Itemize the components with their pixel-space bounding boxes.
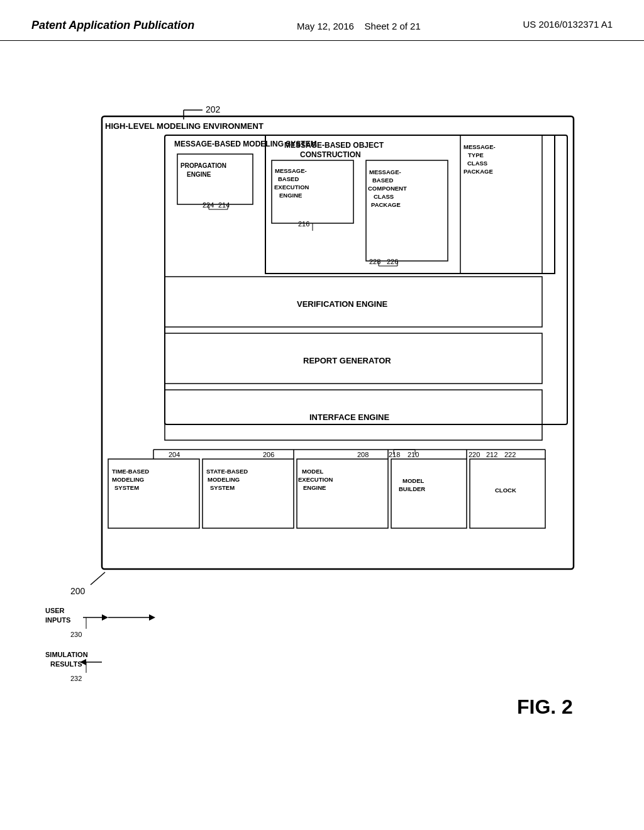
svg-text:204: 204 [169, 451, 180, 458]
svg-text:EXECUTION: EXECUTION [298, 476, 333, 483]
svg-text:MESSAGE-: MESSAGE- [369, 169, 401, 175]
svg-rect-7 [177, 154, 253, 204]
svg-text:208: 208 [357, 451, 369, 458]
svg-text:230: 230 [70, 631, 82, 638]
page-header: Patent Application Publication May 12, 2… [0, 0, 644, 41]
svg-text:TYPE: TYPE [468, 152, 484, 158]
figure-2-diagram: 202 HIGH-LEVEL MODELING ENVIRONMENT MESS… [39, 97, 605, 821]
svg-text:210: 210 [408, 451, 419, 458]
page: Patent Application Publication May 12, 2… [0, 0, 644, 830]
svg-text:224: 224 [203, 201, 214, 209]
svg-text:HIGH-LEVEL MODELING ENVIRONMEN: HIGH-LEVEL MODELING ENVIRONMENT [105, 121, 264, 131]
svg-text:CLASS: CLASS [374, 193, 394, 200]
svg-text:228: 228 [369, 258, 380, 265]
svg-line-80 [91, 572, 105, 585]
svg-text:200: 200 [70, 586, 86, 596]
svg-text:CLASS: CLASS [467, 160, 487, 167]
svg-text:206: 206 [263, 451, 274, 458]
diagram-area: 202 HIGH-LEVEL MODELING ENVIRONMENT MESS… [0, 41, 644, 830]
svg-text:PACKAGE: PACKAGE [371, 201, 401, 208]
svg-marker-69 [102, 614, 108, 621]
svg-text:PROPAGATION: PROPAGATION [180, 162, 226, 169]
svg-text:202: 202 [206, 104, 221, 114]
svg-text:INTERFACE ENGINE: INTERFACE ENGINE [309, 412, 389, 422]
publication-title: Patent Application Publication [31, 19, 194, 32]
svg-text:218: 218 [389, 451, 400, 458]
svg-text:MODEL: MODEL [402, 477, 425, 484]
svg-text:SIMULATION: SIMULATION [45, 651, 88, 658]
svg-text:CLOCK: CLOCK [495, 487, 516, 494]
svg-text:212: 212 [486, 451, 497, 458]
svg-text:BUILDER: BUILDER [399, 485, 425, 492]
svg-text:216: 216 [298, 220, 309, 228]
svg-rect-0 [102, 116, 574, 569]
svg-text:226: 226 [387, 258, 398, 265]
svg-marker-73 [149, 614, 155, 621]
svg-rect-22 [366, 160, 448, 261]
header-sheet: Sheet 2 of 21 [365, 21, 421, 31]
svg-text:COMPONENT: COMPONENT [368, 185, 407, 192]
svg-text:VERIFICATION ENGINE: VERIFICATION ENGINE [297, 299, 388, 309]
svg-text:ENGINE: ENGINE [303, 484, 326, 491]
svg-text:214: 214 [218, 201, 230, 209]
svg-text:MODELING: MODELING [208, 476, 240, 483]
svg-text:MESSAGE-BASED OBJECT: MESSAGE-BASED OBJECT [284, 141, 384, 150]
svg-text:REPORT GENERATOR: REPORT GENERATOR [303, 356, 391, 365]
svg-rect-61 [470, 459, 545, 528]
svg-text:RESULTS: RESULTS [50, 660, 82, 668]
svg-text:EXECUTION: EXECUTION [274, 184, 309, 191]
svg-text:ENGINE: ENGINE [279, 192, 302, 199]
svg-text:USER: USER [45, 607, 65, 614]
svg-text:ENGINE: ENGINE [187, 171, 211, 178]
svg-text:220: 220 [469, 451, 480, 458]
svg-text:MESSAGE-: MESSAGE- [464, 143, 496, 150]
header-center: May 12, 2016 Sheet 2 of 21 [297, 19, 421, 34]
svg-text:BASED: BASED [372, 177, 393, 184]
svg-text:BASED: BASED [278, 175, 299, 182]
svg-text:SYSTEM: SYSTEM [210, 484, 235, 491]
svg-text:SYSTEM: SYSTEM [114, 484, 139, 491]
svg-text:222: 222 [504, 451, 516, 458]
svg-text:TIME-BASED: TIME-BASED [112, 468, 149, 475]
svg-text:MESSAGE-: MESSAGE- [275, 167, 307, 174]
header-date: May 12, 2016 [297, 21, 354, 31]
svg-text:FIG. 2: FIG. 2 [517, 695, 573, 718]
svg-text:STATE-BASED: STATE-BASED [206, 468, 248, 475]
svg-rect-56 [391, 459, 467, 528]
svg-text:CONSTRUCTION: CONSTRUCTION [300, 150, 361, 159]
svg-text:232: 232 [70, 675, 82, 682]
svg-text:MODEL: MODEL [302, 468, 324, 475]
header-patent-number: US 2016/0132371 A1 [523, 19, 613, 30]
svg-text:PACKAGE: PACKAGE [464, 168, 493, 175]
svg-text:INPUTS: INPUTS [45, 616, 70, 624]
svg-text:MODELING: MODELING [112, 476, 144, 483]
